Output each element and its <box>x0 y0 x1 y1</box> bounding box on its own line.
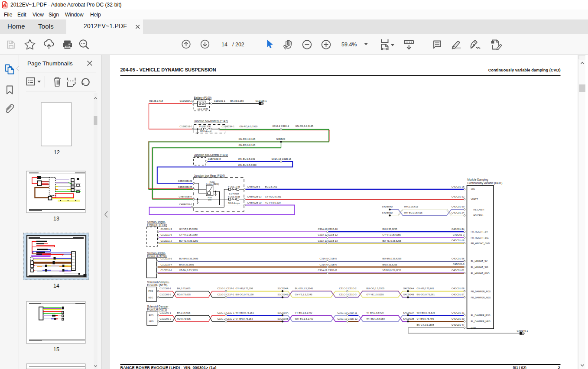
svg-text:S4DB05D: S4DB05D <box>382 211 393 214</box>
svg-text:C31A-11 C31B-11: C31A-11 C31B-11 <box>318 269 337 272</box>
svg-text:FL_DAMPER_POS: FL_DAMPER_POS <box>471 314 491 317</box>
svg-text:GY-VT,0.35,3280: GY-VT,0.35,3280 <box>179 233 197 236</box>
svg-text:C1BB03K-1: C1BB03K-1 <box>221 125 234 128</box>
svg-text:C4DC01-34: C4DC01-34 <box>451 228 464 230</box>
svg-text:C1CD03-2: C1CD03-2 <box>159 317 171 320</box>
svg-text:C1CD11-2: C1CD11-2 <box>160 240 172 242</box>
svg-text:FR_HEIGHT_SIG: FR_HEIGHT_SIG <box>471 236 488 239</box>
svg-text:S1CD03A: S1CD03A <box>277 311 288 314</box>
svg-text:C1CD11-3: C1CD11-3 <box>160 228 172 230</box>
svg-text:C4BR02B-25: C4BR02B-25 <box>178 186 192 188</box>
svg-text:13: 13 <box>53 216 59 222</box>
svg-text:NEG: NEG <box>149 320 153 323</box>
svg-text:S1CD04B: S1CD04B <box>277 293 288 296</box>
svg-text:BU-YE,0.35,6255: BU-YE,0.35,6255 <box>382 240 401 242</box>
svg-text:BU-OG,0.75,581: BU-OG,0.75,581 <box>416 293 435 296</box>
svg-text:FL_DAMPER_NEG: FL_DAMPER_NEG <box>471 320 490 323</box>
svg-text:FL_HEIGHT_SV: FL_HEIGHT_SV <box>471 260 487 262</box>
svg-text:C4DC01-47: C4DC01-47 <box>451 324 464 326</box>
svg-text:204-05 - VEHICLE DYNAMIC SUSPE: 204-05 - VEHICLE DYNAMIC SUSPENSION <box>120 67 216 72</box>
svg-text:POS: POS <box>148 290 153 292</box>
svg-text:BU,0.35,6255: BU,0.35,6255 <box>382 228 397 230</box>
svg-text:RANGE ROVER EVOQUE (LHD) - VI: RANGE ROVER EVOQUE (LHD) - VIN: 000301> … <box>120 366 216 369</box>
svg-text:C1CD10-5: C1CD10-5 <box>160 257 172 260</box>
svg-text:S4CD04B: S4CD04B <box>403 293 414 296</box>
svg-text:WH,0.35,615: WH,0.35,615 <box>404 205 418 208</box>
svg-text:BU-OG,1.5,5305: BU-OG,1.5,5305 <box>366 287 384 290</box>
svg-text:BU,2.5,361: BU,2.5,361 <box>265 185 277 188</box>
svg-text:C4BR02B-29: C4BR02B-29 <box>178 180 192 182</box>
svg-text:C11G-1 C11E-1: C11G-1 C11E-1 <box>217 311 234 314</box>
svg-text:C1CD10-1: C1CD10-1 <box>160 269 172 272</box>
svg-text:G4D149-1: G4D149-1 <box>517 330 528 332</box>
svg-text:C31J-2 C31K-2: C31J-2 C31K-2 <box>272 125 289 127</box>
svg-text:Front-RH (T238): Front-RH (T238) <box>147 223 167 227</box>
svg-text:BU-BN,0.35,6255: BU-BN,0.35,6255 <box>382 257 401 260</box>
svg-text:GY-YE,0.75,198: GY-YE,0.75,198 <box>235 287 253 290</box>
svg-text:GY-VT,0.35,3280: GY-VT,0.35,3280 <box>179 228 197 230</box>
svg-text:S4BB20: S4BB20 <box>276 138 285 140</box>
svg-text:GY-RD,2.5,361: GY-RD,2.5,361 <box>265 195 281 198</box>
svg-text:C31A-13 C31B-13: C31A-13 C31B-13 <box>318 240 338 242</box>
svg-text:C1CD03-2: C1CD03-2 <box>159 293 171 296</box>
svg-text:FR_HEIGHT_SV: FR_HEIGHT_SV <box>471 230 488 233</box>
svg-text:C31C-11 C31D-11: C31C-11 C31D-11 <box>337 311 357 314</box>
svg-text:Junction box-Battery (P147): Junction box-Battery (P147) <box>194 120 227 123</box>
svg-text:FUSE 1RB: FUSE 1RB <box>228 185 240 188</box>
svg-text:C1DC02A-1: C1DC02A-1 <box>179 100 192 102</box>
svg-text:C31C-2 C31D-2: C31C-2 C31D-2 <box>339 287 356 290</box>
svg-text:C1CD11-6: C1CD11-6 <box>160 233 172 236</box>
svg-text:GN-RD,6.0,6135: GN-RD,6.0,6135 <box>295 125 313 127</box>
svg-text:WH-BU,1.5,5350: WH-BU,1.5,5350 <box>366 317 384 320</box>
svg-text:(01 / 02): (01 / 02) <box>513 366 526 369</box>
svg-text:GY-YE,1.5,3245: GY-YE,1.5,3245 <box>295 293 312 296</box>
svg-text:BK,0.75,605: BK,0.75,605 <box>177 311 190 314</box>
svg-text:Continuously variable (D411): Continuously variable (D411) <box>467 181 502 185</box>
svg-text:60.0 Amps: 60.0 Amps <box>200 130 211 133</box>
svg-text:C4DC01-16: C4DC01-16 <box>451 239 464 242</box>
svg-text:C4DC01-30: C4DC01-30 <box>451 317 464 320</box>
svg-text:Junction box-Rear (P107): Junction box-Rear (P107) <box>194 174 225 178</box>
svg-text:RD,25.0,718: RD,25.0,718 <box>149 100 162 102</box>
svg-text:15: 15 <box>53 346 59 353</box>
svg-text:12.0 Volts: 12.0 Volts <box>197 107 208 110</box>
svg-text:GN-RD,6.0,168: GN-RD,6.0,168 <box>238 144 255 146</box>
svg-text:FL_HEIGHT_SIG: FL_HEIGHT_SIG <box>471 266 488 269</box>
svg-text:FR_DAMPER_POS: FR_DAMPER_POS <box>471 290 491 293</box>
svg-text:HS CAN H: HS CAN H <box>473 208 484 211</box>
svg-text:C4DC01-31: C4DC01-31 <box>451 311 464 314</box>
svg-text:5.0 Amps: 5.0 Amps <box>229 192 239 195</box>
svg-text:S4CD03A: S4CD03A <box>403 311 414 314</box>
svg-text:POS: POS <box>149 314 153 317</box>
svg-text:G1D108-1: G1D108-1 <box>255 100 266 102</box>
svg-text:Front-RH (N176): Front-RH (N176) <box>147 284 167 287</box>
svg-text:VT-BN,0.75,153: VT-BN,0.75,153 <box>235 317 253 320</box>
svg-text:14: 14 <box>53 283 59 289</box>
svg-text:Ignition (R211): Ignition (R211) <box>206 183 219 185</box>
svg-text:GY-YE,0.75,601: GY-YE,0.75,601 <box>416 287 434 290</box>
svg-text:30.0 Amps: 30.0 Amps <box>228 202 240 204</box>
svg-text:VT-BN,0.35,3685: VT-BN,0.35,3685 <box>179 269 198 272</box>
svg-text:C4DC01-24: C4DC01-24 <box>451 211 464 214</box>
svg-text:GY-YE,1.5,5255: GY-YE,1.5,5255 <box>366 293 383 296</box>
svg-text:C4BR02B-1: C4BR02B-1 <box>179 203 192 206</box>
svg-text:BN,0.35,6255: BN,0.35,6255 <box>382 263 397 266</box>
svg-text:/ 202: / 202 <box>232 42 244 48</box>
svg-text:C4BR02B-9: C4BR02B-9 <box>179 195 192 198</box>
svg-text:BK-GY,2.5,1588: BK-GY,2.5,1588 <box>416 324 434 326</box>
svg-text:GY-VT,0.35,6255: GY-VT,0.35,6255 <box>382 233 400 236</box>
svg-text:C4DC01-28: C4DC01-28 <box>451 287 464 290</box>
svg-text:VT-BN,1.5,5400: VT-BN,1.5,5400 <box>366 311 383 314</box>
svg-text:C4DC01-21: C4DC01-21 <box>451 269 464 272</box>
svg-text:Page Thumbnails: Page Thumbnails <box>27 60 73 67</box>
svg-text:C31A-10 C31B-10: C31A-10 C31B-10 <box>318 228 338 230</box>
svg-text:BU-BN,0.35,3685: BU-BN,0.35,3685 <box>179 257 198 260</box>
svg-text:C4DC01-27: C4DC01-27 <box>451 293 464 296</box>
svg-text:C1CD10-4: C1CD10-4 <box>160 263 172 266</box>
svg-text:RD,0.75,605: RD,0.75,605 <box>177 317 190 320</box>
svg-text:C11G-2 C11E-2: C11G-2 C11E-2 <box>217 317 234 320</box>
svg-text:C11G-2 C11F-2: C11G-2 C11F-2 <box>217 293 234 296</box>
svg-text:FUSE 5RB: FUSE 5RB <box>228 195 240 198</box>
svg-text:BU-OG,0.75,198: BU-OG,0.75,198 <box>235 293 253 296</box>
svg-text:C1BB01B-1: C1BB01B-1 <box>179 125 192 128</box>
